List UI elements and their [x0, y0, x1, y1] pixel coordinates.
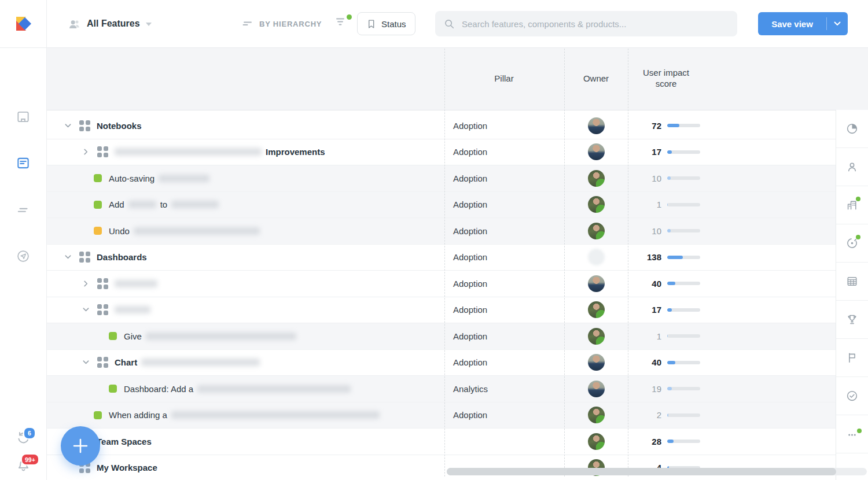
owner-avatar[interactable] [588, 354, 605, 371]
right-rail-segment-gauge-button[interactable] [836, 224, 868, 263]
user-impact-score-cell: 40 [628, 350, 836, 376]
component-grid-icon [97, 357, 108, 368]
owner-avatar[interactable] [588, 381, 605, 397]
table-row-auto-saving[interactable]: Auto-savingAdoption10 [46, 165, 836, 192]
view-switcher[interactable]: All Features [67, 0, 152, 47]
owner-avatar[interactable] [588, 301, 605, 318]
save-view-button[interactable]: Save view [758, 12, 848, 35]
table-row-redacted[interactable]: Adoption17 [46, 297, 836, 324]
owner-avatar[interactable] [588, 196, 605, 213]
score-bar [667, 440, 700, 443]
redacted-text [115, 148, 262, 156]
owner-avatar[interactable] [588, 117, 605, 134]
table-row-dashboards[interactable]: DashboardsAdoption138 [46, 245, 836, 271]
table-row-team-spaces[interactable]: Team Spaces28 [46, 429, 836, 455]
row-name-text: Dashboard: Add a [124, 384, 193, 394]
owner-avatar[interactable] [588, 249, 605, 265]
owner-cell [564, 429, 628, 455]
expand-chevron-icon[interactable] [79, 145, 93, 159]
pillar-cell [444, 429, 564, 455]
redacted-text [197, 385, 351, 393]
owner-avatar[interactable] [588, 328, 605, 345]
collapse-chevron-icon[interactable] [61, 119, 75, 132]
column-header-pillar[interactable]: Pillar [472, 73, 536, 84]
score-value: 1 [628, 200, 661, 209]
score-bar [667, 334, 700, 338]
table-row-chart[interactable]: ChartAdoption40 [46, 350, 836, 376]
collapse-chevron-icon[interactable] [79, 356, 93, 370]
user-impact-score-cell: 10 [628, 165, 836, 191]
expand-chevron-icon[interactable] [79, 276, 93, 290]
component-grid-icon [97, 146, 108, 157]
score-value: 19 [628, 384, 661, 394]
feature-status-icon[interactable] [109, 332, 117, 340]
horizontal-scrollbar-track[interactable] [447, 468, 867, 475]
owner-avatar[interactable] [588, 433, 605, 450]
column-header-owner[interactable]: Owner [564, 73, 628, 84]
name-cell: Auto-saving [46, 165, 444, 191]
feature-status-icon[interactable] [94, 174, 102, 182]
column-header-user-impact-score[interactable]: User impact score [634, 68, 698, 90]
feature-status-icon[interactable] [94, 411, 102, 419]
owner-avatar[interactable] [588, 407, 605, 423]
feature-status-icon[interactable] [109, 385, 117, 393]
right-rail-pie-chart-button[interactable] [836, 110, 868, 148]
feature-status-icon[interactable] [94, 201, 102, 209]
status-view-button[interactable]: Status [357, 12, 415, 35]
table-row-notebooks[interactable]: NotebooksAdoption72 [46, 113, 836, 139]
status-button-label: Status [381, 19, 406, 29]
redacted-text [171, 201, 219, 208]
row-name-text: Auto-saving [109, 173, 155, 183]
table-row-improvements[interactable]: ImprovementsAdoption17 [46, 139, 836, 166]
table-row-give[interactable]: GiveAdoption1 [46, 323, 836, 350]
inbox-tray-icon [16, 109, 31, 124]
chevron-down-icon [146, 23, 152, 26]
sidebar-item-features[interactable] [15, 155, 31, 171]
owner-avatar[interactable] [588, 170, 605, 187]
user-impact-score-cell: 40 [628, 271, 836, 297]
save-view-dropdown[interactable] [827, 21, 848, 26]
owner-avatar[interactable] [588, 143, 605, 160]
table-row-dashboard-add-a[interactable]: Dashboard: Add aAnalytics19 [46, 376, 836, 403]
collapse-chevron-icon[interactable] [79, 303, 93, 317]
name-cell: Give [46, 323, 444, 349]
right-rail-data-table-button[interactable] [836, 263, 868, 301]
top-bar: All Features BY HIERARCHY Status Save vi… [0, 0, 868, 48]
user-impact-score-cell: 138 [628, 245, 836, 271]
filter-button[interactable] [334, 15, 351, 32]
row-name-text: When adding a [109, 410, 167, 420]
feature-status-icon[interactable] [94, 227, 102, 235]
app-logo[interactable] [0, 0, 47, 47]
score-bar [667, 361, 700, 364]
sidebar-item-portal[interactable] [15, 248, 31, 264]
right-sidebar [836, 110, 868, 480]
right-rail-trophy-button[interactable] [836, 301, 868, 339]
owner-cell [564, 245, 628, 271]
sidebar-item-roadmap[interactable] [15, 202, 31, 218]
owner-avatar[interactable] [588, 223, 605, 239]
right-rail-check-circle-button[interactable] [836, 377, 868, 415]
right-rail-more-options-button[interactable] [836, 415, 868, 453]
collapse-chevron-icon[interactable] [61, 250, 75, 264]
add-feature-fab[interactable] [61, 426, 100, 466]
name-cell: Improvements [46, 139, 444, 165]
right-rail-flag-button[interactable] [836, 339, 868, 377]
table-row-when-adding-a[interactable]: When adding aAdoption2 [46, 403, 836, 429]
score-bar [667, 176, 700, 180]
search-input[interactable] [461, 19, 729, 29]
horizontal-scrollbar-thumb[interactable] [447, 468, 836, 475]
name-cell [46, 271, 444, 297]
hierarchy-label: BY HIERARCHY [259, 20, 322, 28]
redacted-text [115, 306, 150, 313]
table-row-add[interactable]: AddtoAdoption1 [46, 192, 836, 219]
owner-avatar[interactable] [588, 275, 605, 292]
name-cell: Dashboard: Add a [46, 376, 444, 402]
right-rail-person-button[interactable] [836, 148, 868, 186]
right-rail-buildings-button[interactable] [836, 186, 868, 224]
table-row-undo[interactable]: UndoAdoption10 [46, 218, 836, 245]
score-bar [667, 387, 700, 390]
sidebar-item-insights[interactable] [15, 109, 31, 125]
table-row-redacted[interactable]: Adoption40 [46, 271, 836, 297]
group-by-hierarchy-toggle[interactable]: BY HIERARCHY [241, 0, 322, 47]
name-cell: Chart [46, 350, 444, 376]
